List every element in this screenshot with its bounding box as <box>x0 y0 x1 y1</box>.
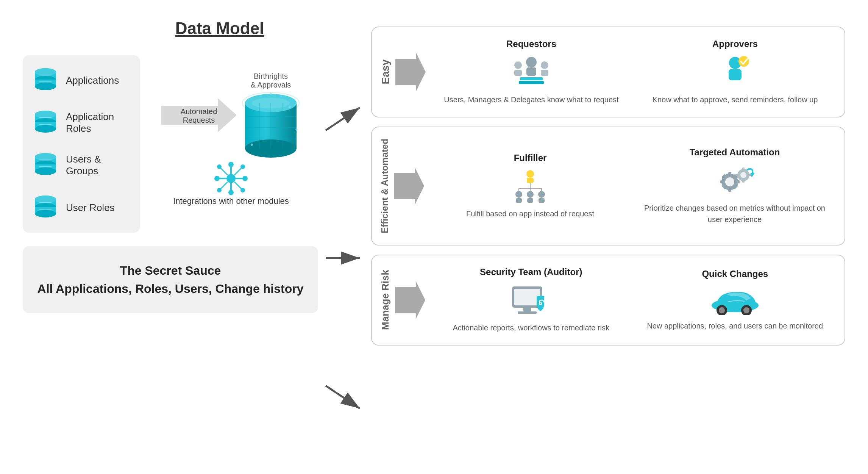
data-item-user-roles: User Roles <box>32 194 131 221</box>
arrow-to-efficient <box>322 250 367 266</box>
secret-sauce-box: The Secret SauceAll Applications, Roles,… <box>23 246 318 313</box>
svg-rect-110 <box>742 167 745 171</box>
svg-point-4 <box>35 83 56 90</box>
requestors-icon <box>510 55 552 89</box>
svg-point-83 <box>738 56 749 67</box>
requestors-title: Requestors <box>506 39 556 49</box>
svg-point-99 <box>725 177 734 186</box>
quick-changes-title: Quick Changes <box>702 269 768 279</box>
easy-label: Easy <box>379 59 392 84</box>
approvers-title: Approvers <box>712 39 758 49</box>
app-roles-db-icon <box>32 109 59 136</box>
automated-requests-label: AutomatedRequests <box>181 107 217 125</box>
targeted-automation-section: Targeted Automation <box>636 147 833 225</box>
svg-rect-74 <box>526 67 536 76</box>
svg-line-58 <box>221 168 228 175</box>
integrations-label: Integrations with other modules <box>173 196 289 207</box>
svg-point-96 <box>538 191 545 198</box>
svg-rect-111 <box>742 179 745 183</box>
user-roles-label: User Roles <box>66 202 115 214</box>
app-roles-label: Application Roles <box>66 111 131 135</box>
svg-point-85 <box>526 170 534 178</box>
center-db-group: Birthrights & Approvals <box>240 72 301 160</box>
svg-point-121 <box>540 303 541 304</box>
svg-point-124 <box>719 307 725 313</box>
svg-rect-80 <box>541 70 548 76</box>
quick-changes-desc: New applications, roles, and users can b… <box>647 320 823 332</box>
svg-point-63 <box>217 188 222 192</box>
approvers-icon <box>714 55 756 89</box>
svg-point-61 <box>240 164 245 169</box>
secret-sauce-title: The Secret SauceAll Applications, Roles,… <box>34 261 307 298</box>
svg-rect-112 <box>736 174 739 176</box>
svg-point-53 <box>228 190 234 195</box>
svg-point-51 <box>228 162 234 167</box>
svg-line-60 <box>234 168 241 175</box>
risk-label: Manage Risk <box>379 270 391 330</box>
svg-rect-93 <box>516 198 522 203</box>
svg-point-12 <box>35 125 56 133</box>
svg-rect-82 <box>729 69 742 80</box>
arrow-to-easy <box>322 104 367 134</box>
requestors-desc: Users, Managers & Delegates know what to… <box>444 94 618 105</box>
easy-arrow-group: Easy <box>379 53 426 91</box>
svg-rect-86 <box>527 178 534 183</box>
security-team-section: Security Team (Auditor) Actionable repor… <box>433 267 629 333</box>
svg-point-59 <box>217 164 222 169</box>
svg-point-28 <box>35 210 56 217</box>
svg-rect-117 <box>514 289 540 305</box>
efficient-arrow-shape <box>394 167 424 205</box>
svg-rect-97 <box>539 198 545 203</box>
page-layout: Data Model <box>0 0 868 474</box>
targeted-automation-desc: Prioritize changes based on metrics with… <box>636 202 833 225</box>
arrow-to-risk <box>322 382 367 412</box>
svg-rect-103 <box>735 180 740 183</box>
applications-label: Applications <box>66 75 119 86</box>
svg-point-57 <box>242 176 248 181</box>
svg-rect-119 <box>518 311 537 314</box>
easy-arrow-shape <box>395 53 426 91</box>
svg-rect-76 <box>519 81 544 84</box>
data-model-title: Data Model <box>23 19 318 38</box>
targeted-automation-icon <box>714 163 756 197</box>
svg-point-46 <box>289 106 291 108</box>
svg-rect-102 <box>720 180 724 183</box>
quick-changes-icon <box>709 285 762 315</box>
fulfiller-icon <box>509 169 551 203</box>
svg-point-49 <box>226 174 236 183</box>
svg-point-92 <box>515 191 522 198</box>
data-item-users-groups: Users & Groups <box>32 152 131 179</box>
svg-line-71 <box>326 386 360 408</box>
svg-rect-118 <box>523 308 531 311</box>
requestors-section: Requestors Users, Managers & Delegates k… <box>433 39 629 105</box>
svg-rect-101 <box>728 187 731 192</box>
integrations-group: Integrations with other modules <box>173 161 289 207</box>
users-groups-db-icon <box>32 152 59 179</box>
approvers-desc: Know what to approve, send reminders, fo… <box>653 94 818 105</box>
svg-rect-95 <box>527 198 533 203</box>
svg-point-73 <box>526 57 537 67</box>
integrations-icon <box>214 161 248 196</box>
svg-point-79 <box>541 61 548 69</box>
data-item-app-roles: Application Roles <box>32 109 131 136</box>
applications-db-icon <box>32 67 59 94</box>
svg-rect-100 <box>728 172 731 177</box>
svg-point-47 <box>251 144 253 146</box>
users-groups-label: Users & Groups <box>66 153 131 177</box>
diagonal-arrows-container <box>318 19 371 459</box>
svg-marker-115 <box>395 281 425 319</box>
svg-line-62 <box>221 182 228 189</box>
efficient-label: Efficient & Automated <box>379 139 390 233</box>
svg-point-109 <box>740 172 746 178</box>
security-team-desc: Actionable reports, workflows to remedia… <box>453 322 610 333</box>
center-db-cylinder <box>240 92 301 160</box>
svg-rect-75 <box>520 77 543 80</box>
right-panel: Easy Requestors <box>371 19 845 459</box>
data-items-box: Applications Application Roles <box>23 55 140 233</box>
data-item-applications: Applications <box>32 67 131 94</box>
svg-marker-72 <box>395 53 426 91</box>
risk-arrow-shape <box>395 281 425 319</box>
svg-rect-78 <box>514 70 522 76</box>
approvers-section: Approvers Know what to approve, send rem… <box>637 39 833 105</box>
targeted-automation-title: Targeted Automation <box>690 147 780 158</box>
